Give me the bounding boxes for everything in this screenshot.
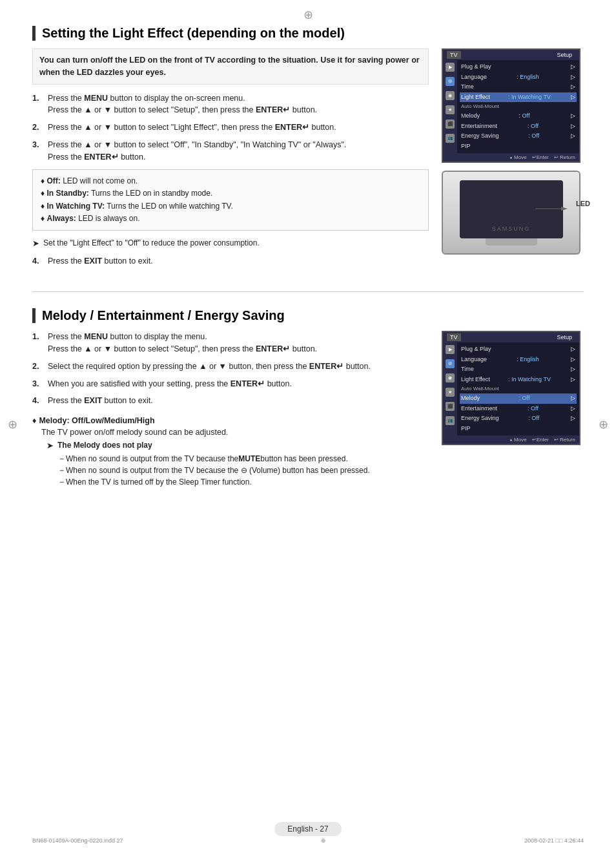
melody-note: ➤ The Melody does not play When no sound…: [46, 441, 429, 488]
tv-menu-1: TV Setup ▶ ⚙ ◉ ★ ⬛ 📺: [442, 48, 580, 163]
note-watching: In Watching TV: Turns the LED on while w…: [41, 200, 420, 213]
tv-menu-2-items: Plug & Play ▷ Language : English ▷ Time …: [457, 342, 579, 435]
step-1-1: 1. Press the MENU button to display the …: [32, 92, 429, 117]
tip-arrow-1: ➤: [32, 237, 39, 250]
step-content-2-3: When you are satisfied with your setting…: [48, 378, 429, 390]
menu2-icon-1: ▶: [446, 345, 455, 354]
step-num-2-2: 2.: [32, 361, 45, 373]
intro-text: You can turn on/off the LED on the front…: [39, 56, 420, 77]
step-content-1-2: Press the ▲ or ▼ button to select "Light…: [48, 121, 429, 134]
footer-return-2: ↩ Return: [554, 437, 575, 443]
melody-bullet-header: ♦ Melody: Off/Low/Medium/High: [32, 416, 429, 425]
registration-mark-left: ⊕: [8, 417, 17, 432]
melody-sub-1: When no sound is output from the TV beca…: [59, 453, 429, 465]
setup-label-2: Setup: [553, 333, 575, 341]
melody-sub-bullets: When no sound is output from the TV beca…: [59, 453, 429, 488]
section-light-effect: Setting the Light Effect (depending on t…: [32, 26, 584, 272]
footer-move-2: ⬥ Move: [509, 437, 527, 443]
tv-menu-2-icons: ▶ ⚙ ◉ ★ ⬛ 📺: [443, 342, 457, 435]
tv-label-2: TV: [447, 333, 461, 341]
menu-item-plug: Plug & Play ▷: [460, 62, 577, 72]
step-2-1: 1. Press the MENU button to display the …: [32, 331, 429, 355]
menu-item-pip: PIP: [460, 142, 577, 152]
step-content-2-4: Press the EXIT button to exit.: [48, 395, 429, 407]
step-4-list: 4. Press the EXIT button to exit.: [32, 255, 429, 267]
step-num-2-3: 3.: [32, 378, 45, 390]
menu-icon-6: 📺: [446, 134, 455, 143]
menu2-item-plug: Plug & Play ▷: [460, 344, 577, 355]
tip-1: ➤ Set the "Light Effect" to "Off" to red…: [32, 237, 429, 250]
menu2-item-melody: Melody : Off ▷: [460, 393, 577, 404]
footer-move-1: ⬥ Move: [509, 154, 527, 160]
tv-label-1: TV: [447, 51, 461, 59]
svg-marker-1: [561, 207, 568, 211]
led-arrow-line: [535, 204, 568, 214]
main-content: Setting the Light Effect (depending on t…: [0, 0, 616, 559]
step-content-2-1: Press the MENU button to display the men…: [48, 331, 429, 355]
section2-sidebar: TV Setup ▶ ⚙ ◉ ★ ⬛ 📺: [442, 331, 584, 488]
step-2-2: 2. Select the required option by pressin…: [32, 361, 429, 373]
menu2-item-autowall: Auto Wall-Mount: [460, 384, 577, 393]
step-content-1-3: Press the ▲ or ▼ button to select "Off",…: [48, 139, 429, 163]
file-info-right: 2008-02-21 □□ 4:26:44: [524, 837, 584, 844]
section1-title: Setting the Light Effect (depending on t…: [42, 26, 345, 40]
melody-note-tip: ➤ The Melody does not play: [46, 441, 429, 450]
menu2-icon-2: ⚙: [446, 359, 455, 368]
step-1-3: 3. Press the ▲ or ▼ button to select "Of…: [32, 139, 429, 163]
page-number-badge: English - 27: [274, 822, 341, 836]
tv-menu-1-footer: ⬥ Move ↵Enter ↩ Return: [443, 153, 579, 162]
tv-menu-2: TV Setup ▶ ⚙ ◉ ★ ⬛ 📺: [442, 331, 580, 445]
section1-header: Setting the Light Effect (depending on t…: [32, 26, 584, 41]
note-off: Off: LED will not come on.: [41, 175, 420, 187]
step-num-1-3: 3.: [32, 139, 45, 163]
tv-menu-2-header: TV Setup: [443, 332, 579, 342]
section2-title: Melody / Entertainment / Energy Saving: [42, 308, 285, 322]
menu-item-time: Time ▷: [460, 82, 577, 92]
section1-body: You can turn on/off the LED on the front…: [32, 48, 584, 272]
step-content-1-4: Press the EXIT button to exit.: [48, 255, 429, 267]
steps-list-2: 1. Press the MENU button to display the …: [32, 331, 429, 407]
tv-menu-1-header: TV Setup: [443, 50, 579, 60]
menu-icon-4: ★: [446, 105, 455, 114]
step-num-2-4: 4.: [32, 395, 45, 407]
section1-sidebar: TV Setup ▶ ⚙ ◉ ★ ⬛ 📺: [442, 48, 584, 272]
tv-menu-1-items: Plug & Play ▷ Language : English ▷ Time …: [457, 60, 579, 153]
footer-return-1: ↩ Return: [554, 154, 575, 160]
section2-body: 1. Press the MENU button to display the …: [32, 331, 584, 488]
section-divider: [32, 291, 584, 292]
registration-mark-bottom: ⊕: [321, 837, 326, 844]
file-info-left: BN68-01409A-00Eng-0220.indd 27: [32, 837, 123, 844]
led-label: LED: [576, 200, 590, 207]
tv-menu-1-body: ▶ ⚙ ◉ ★ ⬛ 📺 Plug & Play ▷: [443, 60, 579, 153]
tv-image-container: SAMSUNG LED: [442, 171, 584, 255]
page-number: English - 27: [287, 824, 328, 833]
section2-text: 1. Press the MENU button to display the …: [32, 331, 429, 488]
melody-text: The TV power on/off melody sound can be …: [41, 428, 429, 437]
step-2-4: 4. Press the EXIT button to exit.: [32, 395, 429, 407]
menu2-item-language: Language : English ▷: [460, 355, 577, 365]
page-footer: English - 27: [0, 822, 616, 836]
menu-icon-2: ⚙: [446, 77, 455, 86]
steps-list-1: 1. Press the MENU button to display the …: [32, 92, 429, 163]
step-num-1-2: 2.: [32, 121, 45, 134]
footer-enter-2: ↵Enter: [532, 437, 549, 443]
menu2-icon-6: 📺: [446, 416, 455, 425]
registration-mark-top: ⊕: [303, 8, 313, 22]
menu-icon-1: ▶: [446, 63, 455, 72]
step-num-2-1: 1.: [32, 331, 45, 355]
menu-icon-3: ◉: [446, 91, 455, 100]
menu-item-energysaving: Energy Saving : Off ▷: [460, 131, 577, 142]
section-melody: Melody / Entertainment / Energy Saving 1…: [32, 308, 584, 488]
note-standby: In Standby: Turns the LED on in standby …: [41, 187, 420, 200]
menu2-item-lighteffect: Light Effect : In Watching TV ▷: [460, 375, 577, 385]
intro-box: You can turn on/off the LED on the front…: [32, 48, 429, 85]
menu-icon-5: ⬛: [446, 120, 455, 129]
melody-sub-3: When the TV is turned off by the Sleep T…: [59, 476, 429, 488]
section2-header: Melody / Entertainment / Energy Saving: [32, 308, 584, 323]
step-1-2: 2. Press the ▲ or ▼ button to select "Li…: [32, 121, 429, 134]
menu2-item-time: Time ▷: [460, 364, 577, 375]
registration-mark-right: ⊕: [599, 417, 608, 432]
tv-menu-1-icons: ▶ ⚙ ◉ ★ ⬛ 📺: [443, 60, 457, 153]
step-num-1-1: 1.: [32, 92, 45, 117]
file-info: BN68-01409A-00Eng-0220.indd 27 ⊕ 2008-02…: [32, 837, 584, 844]
